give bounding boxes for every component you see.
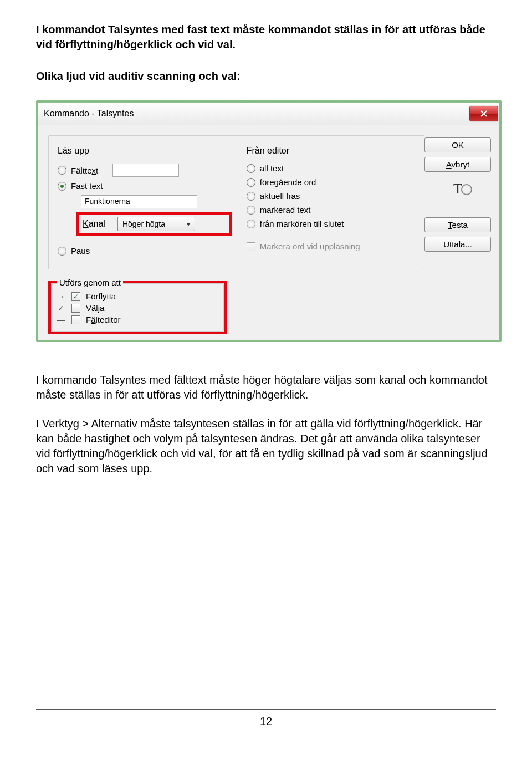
close-icon[interactable]: [469, 106, 498, 121]
chevron-down-icon: ▼: [186, 221, 191, 227]
falttext-input[interactable]: [112, 164, 179, 177]
ok-button[interactable]: OK: [424, 137, 491, 152]
checkbox-forflytta[interactable]: [71, 292, 80, 301]
dialog-sidebar: OK Avbryt T Testa Uttala...: [424, 135, 491, 334]
cancel-button[interactable]: Avbryt: [424, 157, 491, 172]
highlight-kanal: Kanal Höger högta ▼: [76, 212, 232, 236]
radio-foregaende[interactable]: [247, 178, 255, 187]
intro-paragraph: I kommandot Talsyntes med fast text måst…: [36, 22, 496, 52]
radio-fran-markoren[interactable]: [247, 220, 255, 228]
radio-fasttext-label: Fast text: [71, 181, 103, 191]
dialog-titlebar: Kommando - Talsyntes: [38, 103, 499, 125]
label-kanal: Kanal: [83, 219, 105, 229]
radio-markerad-label: markerad text: [260, 205, 311, 215]
checkbox-valja-label: Välja: [86, 303, 104, 313]
tts-icon: T: [453, 181, 462, 197]
test-button[interactable]: Testa: [424, 217, 491, 232]
radio-foregaende-label: föregående ord: [260, 177, 316, 187]
dropdown-kanal-value: Höger högta: [122, 220, 165, 228]
heading-olika-ljud: Olika ljud vid auditiv scanning och val:: [36, 69, 496, 84]
radio-markerad[interactable]: [247, 206, 255, 215]
footer-divider: [36, 709, 496, 710]
radio-fran-markoren-label: från markören till slutet: [260, 219, 344, 228]
radio-aktuell[interactable]: [247, 192, 255, 201]
checkbox-forflytta-label: Förflytta: [86, 292, 116, 301]
checkbox-falteditor-label: Fälteditor: [86, 315, 121, 324]
dropdown-kanal[interactable]: Höger högta ▼: [117, 217, 195, 231]
checkbox-valja[interactable]: [71, 304, 80, 313]
dash-icon: —: [56, 315, 66, 324]
page-number: 12: [36, 715, 496, 728]
group-las-upp: Läs upp Fälttext Fast text: [48, 135, 424, 269]
radio-all-text[interactable]: [247, 164, 255, 173]
legend-utfors: Utförs genom att: [57, 278, 123, 287]
radio-paus[interactable]: [58, 247, 66, 256]
radio-paus-label: Paus: [71, 246, 90, 256]
radio-all-text-label: all text: [260, 164, 284, 173]
radio-falttext-label: Fälttext: [71, 166, 98, 175]
radio-fasttext[interactable]: [58, 182, 66, 191]
checkbox-markera-ord-label: Markera ord vid uppläsning: [260, 242, 360, 251]
radio-falttext[interactable]: [58, 166, 66, 175]
checkbox-falteditor[interactable]: [71, 315, 80, 324]
fasttext-input[interactable]: Funktionerna: [81, 195, 197, 208]
check-icon: ✓: [56, 304, 66, 313]
para-after-dialog-1: I kommando Talsyntes med fälttext måste …: [36, 373, 496, 402]
radio-aktuell-label: aktuell fras: [260, 191, 300, 201]
checkbox-markera-ord[interactable]: [247, 242, 255, 251]
label-las-upp: Läs upp: [58, 146, 247, 156]
dialog-title: Kommando - Talsyntes: [44, 109, 134, 119]
dialog-kommando-talsyntes: Kommando - Talsyntes Läs upp: [36, 100, 502, 342]
highlight-utfors: Utförs genom att → Förflytta ✓ Välja: [48, 281, 227, 334]
pronounce-button[interactable]: Uttala...: [424, 237, 491, 252]
label-fran-editor: Från editor: [247, 146, 417, 156]
para-after-dialog-2: I Verktyg > Alternativ måste talsyntesen…: [36, 416, 496, 476]
arrow-right-icon: →: [56, 292, 66, 301]
